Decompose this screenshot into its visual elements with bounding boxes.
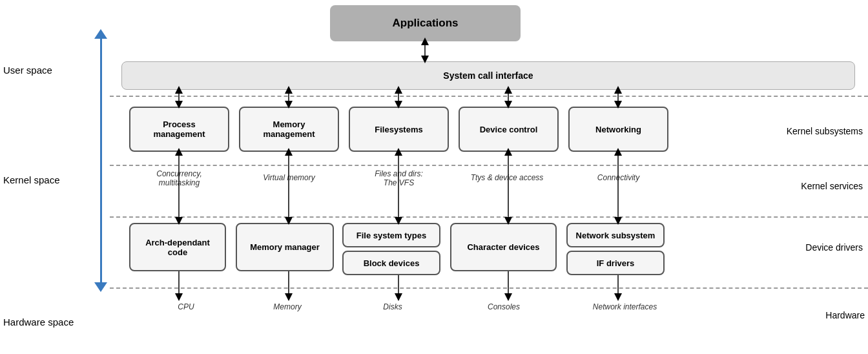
box-arch-code: Arch-dependantcode (129, 223, 226, 271)
box-network-subsystem: Network subsystem (566, 223, 665, 247)
hw-cpu: CPU (160, 302, 212, 311)
dashed-line-2 (110, 165, 868, 166)
box-memory-management: Memorymanagement (239, 107, 339, 152)
box-networking: Networking (568, 107, 668, 152)
hw-disks: Disks (367, 302, 418, 311)
box-character-devices: Character devices (450, 223, 557, 271)
dashed-line-4 (110, 287, 868, 289)
diagram-container: Applications System call interface User … (0, 0, 868, 354)
hw-consoles: Consoles (475, 302, 533, 311)
hw-memory: Memory (258, 302, 316, 311)
svg-marker-0 (94, 29, 107, 39)
kernel-space-label: Kernel space (3, 174, 60, 185)
hw-network-interfaces: Network interfaces (578, 302, 672, 311)
hardware-space-label: Hardware space (3, 317, 74, 328)
svc-ttys: Ttys & device access (452, 173, 562, 182)
applications-label: Applications (392, 17, 458, 30)
blue-vertical-bar (100, 34, 102, 286)
applications-box: Applications (330, 5, 521, 41)
dashed-line-1 (110, 96, 868, 97)
box-device-control: Device control (459, 107, 559, 152)
box-process-management: Processmanagement (129, 107, 229, 152)
blue-arrow-top (91, 29, 110, 42)
svc-files: Files and dirs:The VFS (349, 169, 449, 187)
box-memory-manager: Memory manager (236, 223, 334, 271)
svc-connectivity: Connectivity (568, 173, 668, 182)
svc-concurrency: Concurrency,multitasking (129, 169, 229, 187)
syscall-label: System call interface (443, 70, 533, 81)
box-fs-types: File system types (342, 223, 440, 247)
box-filesystems: Filesystems (349, 107, 449, 152)
device-drivers-label: Device drivers (805, 242, 863, 253)
user-space-label: User space (3, 65, 52, 76)
syscall-box: System call interface (121, 61, 855, 90)
dashed-line-3 (110, 216, 868, 218)
hardware-label: Hardware (825, 310, 865, 320)
box-if-drivers: IF drivers (566, 251, 665, 275)
svg-marker-1 (94, 282, 107, 292)
svc-virtual-memory: Virtual memory (239, 173, 339, 182)
kernel-services-label: Kernel services (801, 181, 863, 191)
blue-arrow-bottom (91, 279, 110, 292)
box-block-devices: Block devices (342, 251, 440, 275)
kernel-subsystems-label: Kernel subsystems (787, 126, 863, 136)
